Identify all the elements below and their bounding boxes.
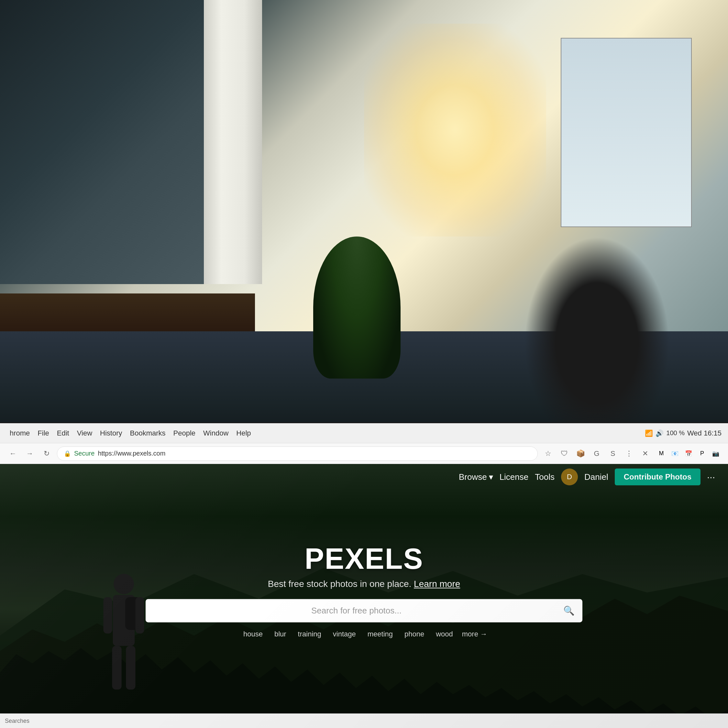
url-text: https://www.pexels.com	[98, 450, 165, 457]
background-photo	[0, 0, 728, 473]
browser-icons: ☆ 🛡 📦 G S ⋮ ✕	[541, 447, 652, 460]
contribute-photos-button[interactable]: Contribute Photos	[615, 468, 700, 485]
system-icons: 📶 🔊 100 % Wed 16:15	[645, 429, 722, 437]
left-wall	[0, 0, 219, 284]
reload-button[interactable]: ↻	[40, 447, 53, 460]
svg-rect-9	[126, 646, 135, 690]
chrome-menu-history[interactable]: History	[97, 428, 125, 439]
chrome-menu-help[interactable]: Help	[233, 428, 254, 439]
search-icon[interactable]: 🔍	[563, 606, 575, 616]
chair	[524, 237, 670, 450]
nav-tools[interactable]: Tools	[535, 472, 555, 482]
nav-browse[interactable]: Browse ▾	[459, 472, 493, 482]
browse-chevron-icon: ▾	[489, 472, 493, 482]
suggestion-more[interactable]: more →	[462, 629, 487, 640]
extension-icon-skype[interactable]: S	[606, 447, 619, 460]
extension-icons-row: M 📧 📅 P 📷	[656, 448, 722, 459]
extension-icon-shield[interactable]: 🛡	[558, 447, 571, 460]
chrome-menu-window[interactable]: Window	[200, 428, 232, 439]
chrome-menu-bookmarks[interactable]: Bookmarks	[127, 428, 168, 439]
search-suggestions: house blur training vintage meeting phon…	[73, 629, 655, 640]
suggestion-training[interactable]: training	[295, 629, 324, 640]
forward-button[interactable]: →	[23, 447, 36, 460]
chrome-url-bar: ← → ↻ 🔒 Secure https://www.pexels.com ☆ …	[0, 443, 728, 464]
tab-icons-row: hrome File Edit View History Bookmarks P…	[6, 428, 254, 439]
ext-icon-3[interactable]: 📅	[683, 448, 694, 459]
suggestion-vintage[interactable]: vintage	[330, 629, 358, 640]
pexels-hero-content: PEXELS Best free stock photos in one pla…	[73, 542, 655, 640]
pexels-site: Browse ▾ License Tools D Daniel Contribu…	[0, 464, 728, 728]
chrome-menu-file[interactable]: File	[34, 428, 52, 439]
nav-more-button[interactable]: ···	[707, 471, 715, 482]
svg-rect-8	[112, 646, 122, 690]
ext-icon-pinterest[interactable]: P	[696, 448, 708, 459]
battery-text: 100 %	[666, 429, 685, 437]
back-button[interactable]: ←	[6, 447, 20, 460]
suggestion-meeting[interactable]: meeting	[365, 629, 395, 640]
search-placeholder: Search for free photos...	[153, 606, 560, 616]
screen: hrome File Edit View History Bookmarks P…	[0, 422, 728, 728]
pillar	[204, 0, 262, 284]
ext-icon-instagram[interactable]: 📷	[710, 448, 722, 459]
pexels-search-box[interactable]: Search for free photos... 🔍	[145, 599, 583, 622]
chrome-menu-edit[interactable]: Edit	[54, 428, 72, 439]
desk	[0, 294, 255, 331]
pexels-logo: PEXELS	[73, 542, 655, 576]
chrome-os-bar: hrome File Edit View History Bookmarks P…	[0, 423, 728, 443]
url-bar[interactable]: 🔒 Secure https://www.pexels.com	[57, 447, 538, 461]
screen-content: hrome File Edit View History Bookmarks P…	[0, 423, 728, 728]
suggestion-wood[interactable]: wood	[433, 629, 456, 640]
pexels-nav: Browse ▾ License Tools D Daniel Contribu…	[0, 464, 728, 490]
suggestion-phone[interactable]: phone	[402, 629, 427, 640]
plant	[313, 237, 401, 379]
chrome-menu-people[interactable]: People	[170, 428, 199, 439]
right-window	[561, 38, 692, 227]
learn-more-link[interactable]: Learn more	[414, 579, 460, 589]
close-tab-button[interactable]: ✕	[639, 447, 652, 460]
extension-icon-google[interactable]: G	[590, 447, 603, 460]
status-text: Searches	[5, 718, 29, 725]
nav-license[interactable]: License	[500, 472, 529, 482]
suggestion-house[interactable]: house	[241, 629, 265, 640]
chrome-status-bar: Searches	[0, 713, 728, 728]
wifi-icon: 📶	[645, 429, 653, 437]
sound-icon: 🔊	[656, 429, 664, 437]
chrome-menu-view[interactable]: View	[74, 428, 95, 439]
ext-icon-1[interactable]: M	[656, 448, 667, 459]
nav-username: Daniel	[584, 472, 608, 482]
extension-icon-dropbox[interactable]: 📦	[574, 447, 587, 460]
bookmark-icon[interactable]: ☆	[541, 447, 555, 460]
ext-icon-2[interactable]: 📧	[669, 448, 681, 459]
chrome-menu-item-hrome[interactable]: hrome	[6, 428, 33, 439]
secure-label: Secure	[74, 450, 95, 457]
window-light	[364, 24, 546, 237]
system-time: Wed 16:15	[687, 429, 722, 437]
secure-icon: 🔒	[64, 450, 71, 457]
more-tools-button[interactable]: ⋮	[622, 447, 635, 460]
pexels-tagline: Best free stock photos in one place. Lea…	[73, 579, 655, 589]
suggestion-blur[interactable]: blur	[272, 629, 289, 640]
nav-avatar[interactable]: D	[561, 468, 578, 485]
